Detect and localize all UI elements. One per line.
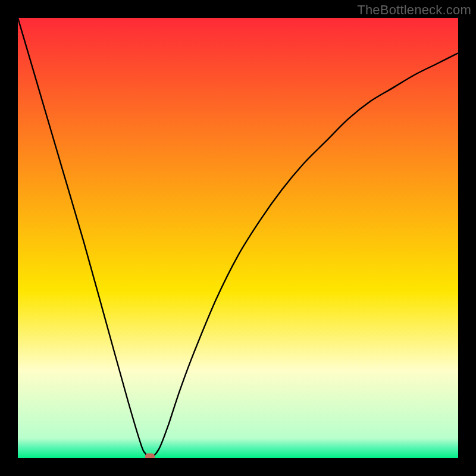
plot-area	[18, 18, 458, 458]
no-bottleneck-marker	[145, 453, 155, 458]
chart-frame: TheBottleneck.com	[0, 0, 476, 476]
gradient-background	[18, 18, 458, 458]
watermark-text: TheBottleneck.com	[357, 2, 471, 18]
bottleneck-chart	[18, 18, 458, 458]
